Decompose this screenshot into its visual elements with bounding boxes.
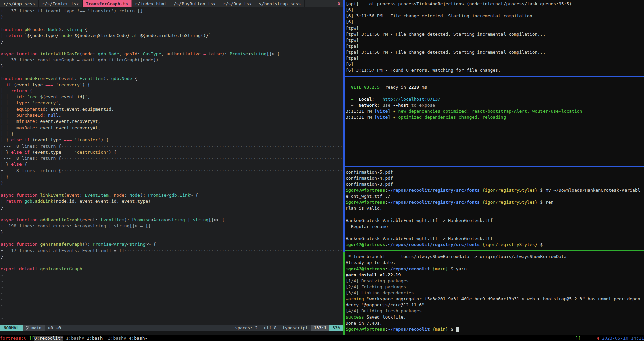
text-line: [api] at process.processTicksAndRejectio… xyxy=(346,1,644,7)
text-line: [6] xyxy=(346,19,644,25)
text-line: } xyxy=(1,229,343,235)
text-line: [tpw] xyxy=(346,25,644,31)
tab-footer-tsx[interactable]: r/s/Footer.tsx xyxy=(39,0,83,7)
text-line: │ │ id: `rec-${event.event.id}`, xyxy=(1,94,343,100)
text-line: [tpw] xyxy=(346,37,644,43)
text-line: +-- 33 lines: const subGraph = await gdb… xyxy=(1,57,343,63)
tabbar-spacer xyxy=(305,0,335,7)
editor-tabbar: r/s/App.scss r/s/Footer.tsx TransferGrap… xyxy=(0,0,343,7)
text-line: [6] 3:11:57 PM - Found 0 errors. Watchin… xyxy=(346,67,644,74)
git-branch-label: main xyxy=(31,325,41,330)
filetype-info: typescript xyxy=(280,325,311,330)
text-line xyxy=(1,20,343,27)
text-line: async function addEventToGraph(event: Ev… xyxy=(1,217,343,223)
pane-tsc-watch[interactable]: [api] at process.processTicksAndRejectio… xyxy=(345,0,644,76)
text-line: eFont_wght.ttf ./ xyxy=(346,193,644,199)
text-line: 3:11:21 PM [vite] ✦ optimized dependenci… xyxy=(346,114,644,120)
tmux-statusbar: fortress:0 ][0:recoolit* 1:bash# 2:bash … xyxy=(0,335,644,341)
tab-transfergraph-ts[interactable]: TransferGraph.ts xyxy=(83,0,132,7)
text-line: Done in 7.40s. xyxy=(346,320,644,326)
text-line: async function infectWithGasId(node: gdb… xyxy=(1,51,343,57)
diagnostics-segment: ⊗0 ⚠0 xyxy=(45,325,64,330)
tab-bootstrap-scss[interactable]: s/bootstrap.scss xyxy=(255,0,305,7)
tmux-screen: r/s/App.scss r/s/Footer.tsx TransferGrap… xyxy=(0,0,644,341)
text-line xyxy=(1,235,343,241)
warning-count: ⚠0 xyxy=(56,325,61,330)
text-line: ~ xyxy=(1,315,343,321)
text-line: yarn install v1.22.19 xyxy=(346,272,644,278)
tmux-clock: ][ 4 2023-05-10 14:11 xyxy=(575,336,644,341)
code-buffer[interactable]: +-- 37 lines: if (event.type !== 'transf… xyxy=(0,7,343,325)
text-line: ~ xyxy=(1,272,343,278)
text-line: ~ xyxy=(1,278,343,284)
pane-fonts-shell[interactable]: confirmation-5.pdfconfirmation-4.pdfconf… xyxy=(345,167,644,250)
tab-app-scss[interactable]: r/s/App.scss xyxy=(0,0,39,7)
text-line: +-- 17 lines: const allEvents: EventItem… xyxy=(1,248,343,254)
text-line: HankenGrotesk-VariableFont_wght.ttf -> H… xyxy=(346,217,644,224)
text-line: │ │ type: 'recovery', xyxy=(1,100,343,106)
indent-info: spaces: 2 xyxy=(232,325,261,330)
text-line: ][ 4 2023-05-10 14:11 xyxy=(575,336,644,341)
text-line: } xyxy=(1,14,343,20)
text-line: │ │ } xyxy=(1,131,343,137)
text-line: dency "@popperjs/core@^2.11.6". xyxy=(346,302,644,308)
text-line: } xyxy=(1,254,343,260)
text-line: [4/4] Building fresh packages... xyxy=(346,308,644,314)
text-line: confirmation-4.pdf xyxy=(346,175,644,181)
text-line: async function linkEvent(event: EventIte… xyxy=(1,192,343,198)
text-line: } xyxy=(1,180,343,186)
tab-buy-tsx[interactable]: r/s/Buy.tsx xyxy=(219,0,255,7)
close-icon[interactable]: X xyxy=(335,0,343,7)
vim-cmdline xyxy=(0,331,343,335)
pane-yarn-shell[interactable]: * [new branch] louis/alwaysShowBorrowDat… xyxy=(345,251,644,335)
text-line: HankenGrotesk-VariableFont_wght.ttf -> H… xyxy=(346,236,644,242)
text-line: ~ xyxy=(1,284,343,290)
text-line: → Network: use --host to expose xyxy=(346,102,644,108)
text-line: +--- 8 lines: return {··················… xyxy=(1,143,343,149)
tab-buybutton-tsx[interactable]: /s/BuyButton.tsx xyxy=(170,0,219,7)
text-line: ~ xyxy=(1,309,343,315)
text-line: igor47@fortress:~/repos/recoolit/registr… xyxy=(346,242,644,248)
text-line: ~ xyxy=(1,297,343,303)
cursor-position: 133:1 xyxy=(311,325,330,331)
scroll-percent: 33% xyxy=(329,325,343,331)
git-branch-icon xyxy=(26,326,30,330)
text-line: VITE v3.2.5 ready in 2229 ms xyxy=(346,84,644,90)
mode-indicator: NORMAL xyxy=(0,325,23,331)
text-line: │ } else if (event.type === 'destruction… xyxy=(1,149,343,155)
text-line: igor47@fortress:~/repos/recoolit {main} … xyxy=(346,266,644,272)
text-line: confirmation-5.pdf xyxy=(346,169,644,175)
text-line xyxy=(346,211,644,217)
text-line: +--- 8 lines: return {··················… xyxy=(1,155,343,161)
text-line: [2/4] Fetching packages... xyxy=(346,284,644,290)
text-line: [6] 3:11:56 PM - File change detected. S… xyxy=(346,13,644,19)
text-line: +--198 lines: const errors: Array<string… xyxy=(1,223,343,229)
text-line xyxy=(1,45,343,51)
text-line: if (event.type === 'recovery') { xyxy=(1,82,343,88)
pane-vite-server[interactable]: VITE v3.2.5 ready in 2229 ms → Local: ht… xyxy=(345,77,644,166)
text-line: } xyxy=(1,63,343,69)
text-line xyxy=(1,260,343,266)
text-line xyxy=(346,90,644,96)
text-line: async function genTransferGraph(): Promi… xyxy=(1,241,343,247)
text-line: Regular rename xyxy=(346,224,644,230)
text-line xyxy=(1,211,343,217)
text-line: [tpa] xyxy=(346,43,644,49)
text-line xyxy=(1,69,343,76)
text-line: │ } xyxy=(1,174,343,180)
text-line: │ } else if (event.type === 'transfer') … xyxy=(1,137,343,143)
encoding-info: utf-8 xyxy=(261,325,280,330)
text-line: [6] xyxy=(346,7,644,13)
tmux-window-list[interactable]: fortress:0 ][0:recoolit* 1:bash# 2:bash … xyxy=(0,336,575,341)
text-line: warning "workspace-aggregator-f5a3a201-9… xyxy=(346,296,644,302)
text-line: 3:11:21 PM [vite] ✦ new dependencies opt… xyxy=(346,108,644,114)
git-branch-segment: main xyxy=(23,325,45,331)
warning-icon: ⚠ xyxy=(56,325,58,330)
tab-index-html[interactable]: r/index.html xyxy=(132,0,170,7)
text-line: │ return { xyxy=(1,88,343,94)
text-line: igor47@fortress:~/repos/recoolit/registr… xyxy=(346,187,644,193)
text-line: Already up to date. xyxy=(346,260,644,266)
text-line: │ │ equipmentId: event.event.equipmentId… xyxy=(1,106,343,112)
text-line: igor47@fortress:~/repos/recoolit {main} … xyxy=(346,326,644,332)
editor-pane[interactable]: r/s/App.scss r/s/Footer.tsx TransferGrap… xyxy=(0,0,343,335)
